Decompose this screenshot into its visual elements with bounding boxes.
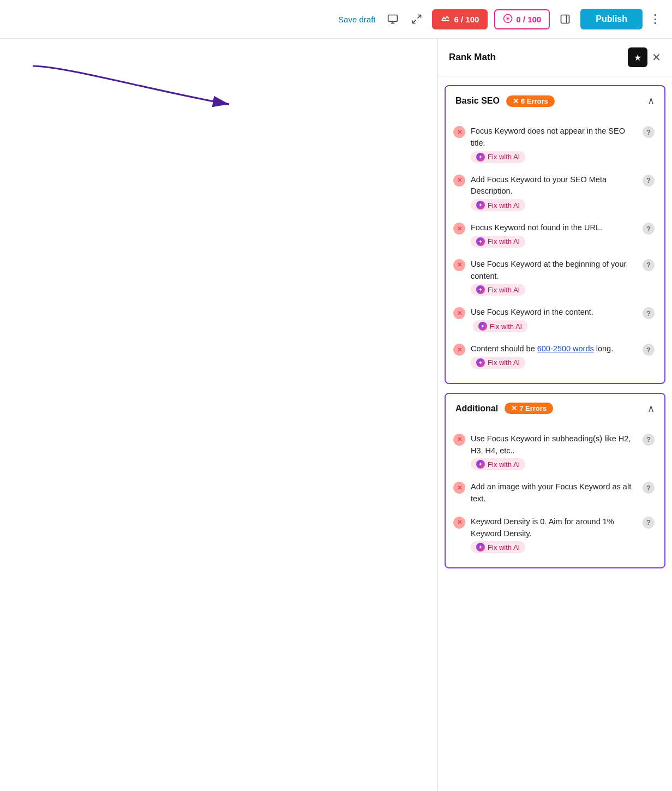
panel-title: Rank Math <box>449 52 496 63</box>
ai-fix-icon: ✦ <box>476 237 485 246</box>
fix-with-ai-button[interactable]: ✦ Fix with AI <box>471 236 525 248</box>
fix-with-ai-button[interactable]: ✦ Fix with AI <box>471 151 525 163</box>
seo-score-button[interactable]: 6 / 100 <box>432 9 488 29</box>
help-icon[interactable]: ? <box>643 223 655 235</box>
error-icon <box>453 259 465 271</box>
sidebar-icon <box>560 14 571 25</box>
score-chart-icon <box>441 14 451 23</box>
desktop-icon <box>387 14 398 25</box>
panel-header: Rank Math ★ ✕ <box>438 39 672 76</box>
help-icon[interactable]: ? <box>643 517 655 529</box>
ai-icon <box>503 14 513 23</box>
svg-rect-8 <box>561 15 569 23</box>
item-text: Focus Keyword does not appear in the SEO… <box>471 125 637 163</box>
additional-chevron: ∧ <box>647 403 655 415</box>
ai-fix-icon: ✦ <box>476 201 485 209</box>
error-icon <box>453 344 465 356</box>
additional-errors-badge: ✕ 7 Errors <box>505 403 553 414</box>
seo-score-value: 6 / 100 <box>454 15 479 24</box>
publish-button[interactable]: Publish <box>580 9 643 29</box>
additional-title-area: Additional ✕ 7 Errors <box>455 403 553 414</box>
check-item: Keyword Density is 0. Aim for around 1% … <box>446 511 664 559</box>
basic-seo-errors-badge: ✕ 6 Errors <box>506 95 555 107</box>
preview-desktop-button[interactable] <box>384 10 401 28</box>
panel-content: Basic SEO ✕ 6 Errors ∧ Focus Keyword doe… <box>438 76 672 791</box>
help-icon[interactable]: ? <box>643 434 655 446</box>
help-icon[interactable]: ? <box>643 126 655 138</box>
additional-items: Use Focus Keyword in subheading(s) like … <box>446 423 664 568</box>
basic-seo-header[interactable]: Basic SEO ✕ 6 Errors ∧ <box>446 86 664 116</box>
rank-math-panel: Rank Math ★ ✕ Basic SEO ✕ 6 Errors <box>437 39 672 791</box>
svg-point-7 <box>507 17 509 19</box>
item-text: Keyword Density is 0. Aim for around 1% … <box>471 516 637 554</box>
ai-score-value: 0 / 100 <box>516 15 541 24</box>
svg-line-3 <box>418 15 421 19</box>
item-text: Use Focus Keyword in subheading(s) like … <box>471 433 637 471</box>
help-icon[interactable]: ? <box>643 307 655 319</box>
seo-score-icon <box>441 14 451 25</box>
svg-rect-0 <box>388 15 398 22</box>
help-icon[interactable]: ? <box>643 344 655 356</box>
editor-area <box>0 39 437 791</box>
check-item: Use Focus Keyword at the beginning of yo… <box>446 253 664 302</box>
svg-line-4 <box>413 20 416 23</box>
item-text: Content should be 600-2500 words long. ✦… <box>471 343 637 369</box>
check-item: Focus Keyword not found in the URL. ✦ Fi… <box>446 217 664 253</box>
error-icon <box>453 434 465 446</box>
error-icon <box>453 482 465 494</box>
check-item: Use Focus Keyword in the content. ✦ Fix … <box>446 301 664 338</box>
more-options-button[interactable]: ⋮ <box>649 12 661 26</box>
basic-seo-title-area: Basic SEO ✕ 6 Errors <box>455 95 555 107</box>
ai-fix-icon: ✦ <box>478 322 487 331</box>
item-text: Add Focus Keyword to your SEO Meta Descr… <box>471 174 637 212</box>
fix-with-ai-button[interactable]: ✦ Fix with AI <box>471 357 525 369</box>
check-item: Focus Keyword does not appear in the SEO… <box>446 120 664 169</box>
ai-score-button[interactable]: 0 / 100 <box>494 9 550 29</box>
additional-section: Additional ✕ 7 Errors ∧ Use Focus Keywor… <box>445 393 665 569</box>
help-icon[interactable]: ? <box>643 259 655 271</box>
fix-with-ai-button[interactable]: ✦ Fix with AI <box>471 458 525 470</box>
help-icon[interactable]: ? <box>643 175 655 187</box>
basic-seo-chevron: ∧ <box>647 95 655 107</box>
check-item: Content should be 600-2500 words long. ✦… <box>446 338 664 374</box>
ai-fix-icon: ✦ <box>476 153 485 161</box>
item-text: Focus Keyword not found in the URL. ✦ Fi… <box>471 222 637 248</box>
error-icon <box>453 223 465 235</box>
item-text: Use Focus Keyword in the content. ✦ Fix … <box>471 307 637 332</box>
main-area: Rank Math ★ ✕ Basic SEO ✕ 6 Errors <box>0 39 672 791</box>
basic-seo-items: Focus Keyword does not appear in the SEO… <box>446 116 664 383</box>
ai-fix-icon: ✦ <box>476 543 485 552</box>
fullscreen-icon <box>411 14 422 25</box>
item-text: Add an image with your Focus Keyword as … <box>471 481 637 505</box>
fix-with-ai-button[interactable]: ✦ Fix with AI <box>471 541 525 553</box>
fix-with-ai-button[interactable]: ✦ Fix with AI <box>473 320 527 332</box>
check-item: Add Focus Keyword to your SEO Meta Descr… <box>446 169 664 217</box>
ai-fix-icon: ✦ <box>476 285 485 294</box>
ai-score-icon <box>503 14 513 25</box>
item-text: Use Focus Keyword at the beginning of yo… <box>471 259 637 296</box>
additional-header[interactable]: Additional ✕ 7 Errors ∧ <box>446 394 664 423</box>
error-icon <box>453 517 465 529</box>
error-icon <box>453 175 465 187</box>
help-icon[interactable]: ? <box>643 482 655 494</box>
save-draft-button[interactable]: Save draft <box>338 15 375 24</box>
star-button[interactable]: ★ <box>628 47 647 67</box>
ai-fix-icon: ✦ <box>476 460 485 469</box>
additional-title: Additional <box>455 404 498 414</box>
fullscreen-button[interactable] <box>408 10 425 28</box>
basic-seo-title: Basic SEO <box>455 96 500 106</box>
panel-header-actions: ★ ✕ <box>628 47 661 67</box>
sidebar-toggle-button[interactable] <box>556 10 574 28</box>
check-item: Use Focus Keyword in subheading(s) like … <box>446 428 664 476</box>
error-icon <box>453 307 465 319</box>
word-count-link[interactable]: 600-2500 words <box>537 344 594 353</box>
toolbar: Save draft 6 / 100 0 / 100 <box>0 0 672 39</box>
check-item: Add an image with your Focus Keyword as … <box>446 476 664 511</box>
basic-seo-section: Basic SEO ✕ 6 Errors ∧ Focus Keyword doe… <box>445 85 665 384</box>
ai-fix-icon: ✦ <box>476 358 485 367</box>
close-panel-button[interactable]: ✕ <box>652 51 661 64</box>
error-icon <box>453 126 465 138</box>
fix-with-ai-button[interactable]: ✦ Fix with AI <box>471 284 525 296</box>
fix-with-ai-button[interactable]: ✦ Fix with AI <box>471 199 525 211</box>
arrow-annotation <box>0 39 251 148</box>
